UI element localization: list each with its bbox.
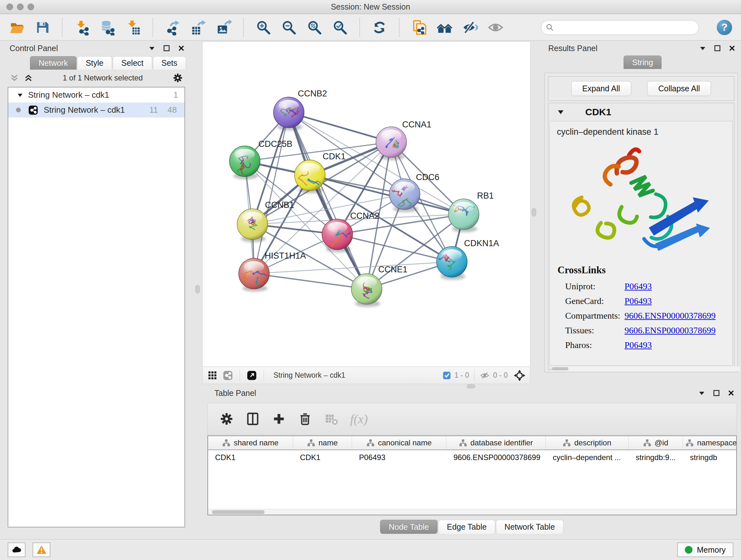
show-columns-icon[interactable] [246, 412, 260, 426]
network-edge-CCNB2-CCNE1[interactable] [289, 112, 367, 289]
network-edge-CCNB2-CCNA1[interactable] [289, 112, 391, 142]
network-row[interactable]: String Network – cdk1 11 48 [8, 103, 185, 118]
warnings-button[interactable] [32, 543, 51, 557]
hidden-eye-icon[interactable] [480, 370, 490, 381]
panel-close-icon[interactable] [178, 44, 185, 52]
open-session-icon[interactable] [9, 19, 25, 36]
results-panel: Results Panel String Expand All Collapse… [542, 42, 740, 372]
network-node-CCNE1[interactable] [351, 273, 382, 307]
cloud-status-button[interactable] [8, 543, 25, 557]
network-options-gear-icon[interactable] [172, 72, 183, 83]
crosslink-tissues-link[interactable]: 9606.ENSP00000378699 [624, 325, 716, 335]
tab-string[interactable]: String [623, 56, 662, 69]
crosslink-compartments-link[interactable]: 9606.ENSP00000378699 [624, 311, 716, 320]
column-header-namespace[interactable]: namespace [683, 436, 737, 449]
open-in-window-icon[interactable] [246, 370, 257, 381]
export-image-icon[interactable] [216, 19, 232, 36]
tree-expand-icon[interactable] [17, 91, 23, 99]
copy-style-icon[interactable] [411, 19, 427, 36]
network-node-CCNB2[interactable] [273, 97, 304, 131]
tab-network[interactable]: Network [30, 56, 77, 70]
tab-edge-table[interactable]: Edge Table [438, 520, 495, 534]
zoom-out-icon[interactable] [281, 19, 297, 36]
column-header-database-identifier[interactable]: database identifier [447, 436, 546, 449]
window-title: Session: New Session [0, 2, 741, 11]
tab-select[interactable]: Select [113, 56, 152, 70]
network-edge-CCNB2-HIST1H1A[interactable] [254, 112, 289, 273]
network-node-CCNB1[interactable] [237, 209, 268, 242]
results-hscrollbar[interactable] [552, 367, 740, 371]
panel-float-icon[interactable] [163, 44, 171, 52]
panel-menu-icon[interactable] [148, 44, 156, 52]
tab-sets[interactable]: Sets [153, 56, 186, 70]
table-panel: Table Panel [205, 387, 739, 537]
collapse-all-button[interactable]: Collapse All [647, 81, 711, 96]
column-header-name[interactable]: name [293, 436, 352, 449]
zoom-in-icon[interactable] [255, 19, 271, 36]
table-cell: 9606.ENSP00000378699 [447, 453, 546, 462]
expand-all-button[interactable]: Expand All [571, 81, 631, 96]
network-edge-CCNA2-CDKN1A[interactable] [337, 234, 452, 262]
memory-button[interactable]: Memory [677, 543, 733, 557]
help-button[interactable]: ? [717, 20, 732, 35]
share-network-icon[interactable] [222, 370, 233, 381]
panel-close-icon[interactable] [728, 44, 736, 52]
table-hscrollbar[interactable] [208, 509, 736, 515]
network-node-CDC25B[interactable] [229, 146, 260, 179]
table-row[interactable]: CDK1CDK1P064939606.ENSP00000378699cyclin… [208, 450, 736, 465]
selected-checkbox-icon[interactable] [442, 371, 451, 380]
delete-column-icon[interactable] [298, 412, 313, 426]
network-view-toolbar: String Network – cdk1 1 - 0 0 - 0 [203, 367, 530, 384]
zoom-selected-icon[interactable] [332, 19, 348, 36]
panel-float-icon[interactable] [714, 44, 721, 52]
gene-section: CDK1 cyclin–dependent kinase 1 [548, 103, 734, 370]
collapse-all-icon[interactable] [10, 73, 19, 83]
panel-resize-handle[interactable] [467, 384, 475, 388]
zoom-fit-icon[interactable] [307, 19, 322, 36]
import-network-database-icon[interactable] [99, 19, 116, 36]
network-collection-row[interactable]: String Network – cdk1 1 [8, 87, 185, 103]
save-session-icon[interactable] [35, 19, 51, 36]
tab-network-table[interactable]: Network Table [496, 520, 563, 534]
grid-view-icon[interactable] [207, 370, 218, 381]
network-node-CDKN1A[interactable] [434, 246, 467, 280]
network-node-RB1[interactable] [444, 199, 479, 233]
home-reset-layout-icon[interactable] [436, 19, 453, 36]
section-collapse-icon[interactable] [556, 108, 565, 116]
column-header-canonical-name[interactable]: canonical name [352, 436, 447, 449]
hide-selected-eye-icon[interactable] [462, 19, 478, 36]
delete-table-icon [324, 412, 339, 426]
birdseye-view-icon[interactable] [514, 369, 526, 381]
column-header-description[interactable]: description [546, 436, 629, 449]
network-node-CCNA1[interactable] [376, 127, 407, 160]
network-node-CDK1[interactable] [294, 160, 327, 193]
panel-menu-icon[interactable] [698, 389, 705, 397]
tab-node-table[interactable]: Node Table [380, 520, 437, 534]
crosslink-pharos-link[interactable]: P06493 [624, 340, 652, 350]
export-table-icon[interactable] [190, 19, 206, 36]
network-canvas[interactable]: CCNB2CCNA1CDC25BCDK1CDC6RB1CCNB1CCNA2CDK… [203, 42, 530, 366]
table-settings-gear-icon[interactable] [219, 412, 234, 426]
export-network-icon[interactable] [165, 19, 181, 36]
network-node-HIST1H1A[interactable] [239, 258, 269, 292]
column-header--id[interactable]: @id [629, 436, 683, 449]
import-network-file-icon[interactable] [74, 19, 90, 36]
network-node-CDC6[interactable] [389, 179, 420, 212]
search-input[interactable] [554, 21, 694, 34]
panel-float-icon[interactable] [713, 389, 720, 397]
tab-style[interactable]: Style [77, 56, 112, 70]
panel-resize-handle[interactable] [532, 208, 536, 216]
panel-resize-handle[interactable] [195, 285, 200, 294]
panel-menu-icon[interactable] [699, 44, 706, 52]
crosslink-genecard-link[interactable]: P06493 [624, 296, 652, 306]
crosslink-uniprot-link[interactable]: P06493 [624, 281, 652, 291]
panel-close-icon[interactable] [727, 389, 735, 397]
import-table-file-icon[interactable] [125, 19, 141, 36]
column-header-shared-name[interactable]: shared name [208, 436, 293, 449]
refresh-view-icon[interactable] [372, 19, 387, 36]
create-column-icon[interactable] [272, 412, 286, 426]
expand-all-icon[interactable] [23, 73, 33, 83]
table-cell: CDK1 [208, 453, 293, 462]
show-all-eye-icon[interactable] [488, 19, 503, 36]
network-edge-HIST1H1A-CCNE1[interactable] [254, 273, 367, 289]
